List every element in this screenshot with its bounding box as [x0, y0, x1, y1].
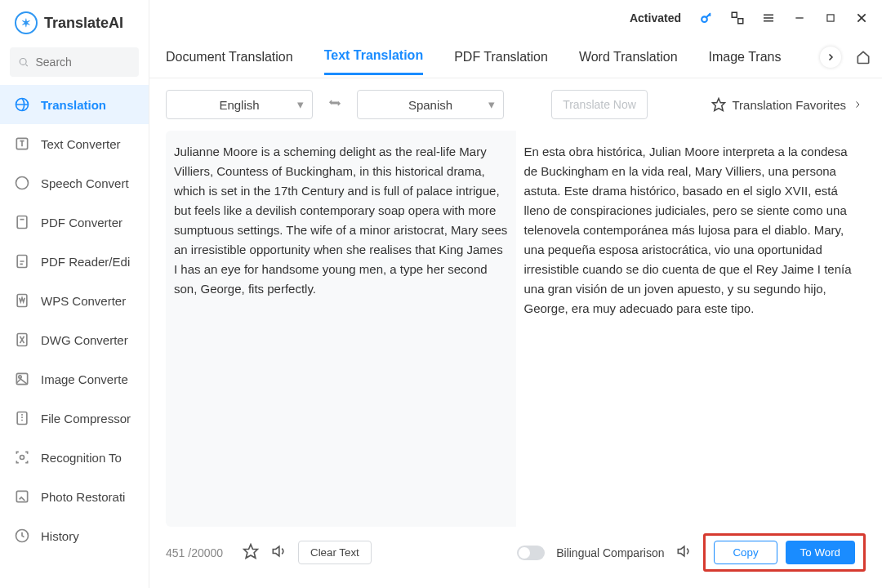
bilingual-toggle[interactable]: [517, 546, 545, 560]
sidebar-item-text-converter[interactable]: Text Converter: [0, 124, 149, 163]
sidebar-item-label: Image Converte: [41, 372, 128, 386]
language-row: English ▾ Spanish ▾ Translate Now Transl…: [149, 78, 882, 131]
speaker-source-icon[interactable]: [270, 543, 287, 562]
sidebar-item-dwg-converter[interactable]: DWG Converter: [0, 320, 149, 359]
app-name: TranslateAI: [44, 15, 123, 32]
star-icon: [711, 97, 726, 112]
tabs: Document Translation Text Translation PD…: [149, 36, 882, 78]
sidebar-item-label: Speech Convert: [41, 176, 129, 190]
search-input[interactable]: [36, 56, 131, 69]
home-icon[interactable]: [853, 47, 874, 68]
sidebar-item-file-compressor[interactable]: File Compressor: [0, 399, 149, 438]
sidebar-item-image-converter[interactable]: Image Converte: [0, 359, 149, 399]
sidebar-item-pdf-converter[interactable]: PDF Converter: [0, 203, 149, 242]
to-word-button[interactable]: To Word: [786, 541, 855, 564]
translate-now-button[interactable]: Translate Now: [551, 90, 648, 119]
svg-rect-17: [738, 19, 743, 24]
source-text-pane[interactable]: Julianne Moore is a scheming delight as …: [166, 131, 516, 527]
speaker-target-icon[interactable]: [675, 543, 692, 562]
svg-rect-5: [17, 216, 27, 229]
clear-text-button[interactable]: Clear Text: [298, 541, 372, 564]
char-count: 451 /20000: [166, 546, 231, 559]
tab-document-translation[interactable]: Document Translation: [166, 40, 293, 74]
pdf-converter-icon: [13, 213, 31, 231]
key-icon[interactable]: [697, 9, 715, 27]
maximize-icon[interactable]: [822, 9, 840, 27]
close-icon[interactable]: [853, 9, 871, 27]
wps-icon: [13, 292, 31, 310]
svg-rect-13: [16, 491, 27, 501]
sidebar-item-label: Text Converter: [41, 137, 121, 151]
target-language-label: Spanish: [408, 98, 452, 112]
favorite-star-icon[interactable]: [243, 543, 259, 562]
svg-point-15: [702, 16, 707, 22]
sidebar-item-translation[interactable]: Translation: [0, 85, 149, 124]
svg-rect-22: [827, 15, 834, 21]
target-text-pane: En esta obra histórica, Julian Moore int…: [516, 131, 866, 527]
source-language-label: English: [219, 98, 259, 112]
dwg-icon: [13, 331, 31, 349]
search-box[interactable]: [10, 47, 139, 77]
sidebar-item-pdf-reader[interactable]: PDF Reader/Edi: [0, 242, 149, 281]
chevron-right-icon: [853, 100, 862, 109]
sidebar-item-recognition[interactable]: Recognition To: [0, 438, 149, 477]
search-icon: [18, 56, 29, 69]
sidebar-item-label: Recognition To: [41, 451, 122, 465]
source-language-select[interactable]: English ▾: [166, 90, 313, 119]
tab-word-translation[interactable]: Word Translation: [579, 40, 678, 74]
favorites-label: Translation Favorites: [733, 98, 847, 112]
sidebar-item-wps-converter[interactable]: WPS Converter: [0, 281, 149, 320]
sidebar-item-label: WPS Converter: [41, 294, 126, 308]
sidebar-item-label: History: [41, 529, 79, 543]
copy-button[interactable]: Copy: [714, 541, 777, 564]
sidebar: ✶ TranslateAI Translation Text Converter…: [0, 0, 149, 588]
tab-text-translation[interactable]: Text Translation: [324, 38, 424, 75]
tabs-scroll-right[interactable]: [820, 47, 841, 68]
footer: 451 /20000 Clear Text Bilingual Comparis…: [149, 527, 882, 588]
minimize-icon[interactable]: [791, 9, 808, 27]
tab-pdf-translation[interactable]: PDF Translation: [454, 40, 548, 74]
sidebar-item-history[interactable]: History: [0, 516, 149, 555]
menu-icon[interactable]: [760, 9, 777, 27]
chevron-down-icon: ▾: [488, 97, 495, 112]
photo-restore-icon: [13, 488, 31, 506]
export-actions-highlight: Copy To Word: [703, 533, 866, 572]
svg-marker-25: [712, 99, 724, 111]
sidebar-item-speech-convert[interactable]: Speech Convert: [0, 163, 149, 203]
svg-marker-26: [244, 545, 258, 559]
svg-line-1: [26, 65, 28, 66]
speech-icon: [13, 174, 31, 192]
chevron-down-icon: ▾: [297, 97, 304, 112]
sidebar-item-label: DWG Converter: [41, 333, 128, 347]
recognition-icon: [13, 448, 31, 466]
swap-languages-icon[interactable]: [327, 96, 342, 114]
main: Activated Document Translation Text Tran…: [149, 0, 882, 588]
svg-point-0: [20, 59, 26, 65]
app-logo: ✶ TranslateAI: [0, 0, 149, 44]
translation-panes: Julianne Moore is a scheming delight as …: [149, 131, 882, 527]
svg-rect-16: [732, 12, 737, 17]
app-logo-icon: ✶: [15, 11, 38, 34]
sidebar-item-label: PDF Reader/Edi: [41, 255, 130, 269]
pdf-reader-icon: [13, 252, 31, 270]
bilingual-label: Bilingual Comparison: [556, 546, 664, 559]
translation-favorites-button[interactable]: Translation Favorites: [711, 97, 866, 112]
translation-icon: [13, 96, 31, 114]
titlebar: Activated: [149, 0, 882, 36]
image-converter-icon: [13, 370, 31, 388]
sidebar-item-label: PDF Converter: [41, 216, 122, 229]
target-language-select[interactable]: Spanish ▾: [357, 90, 504, 119]
sidebar-item-label: File Compressor: [41, 412, 131, 425]
svg-point-12: [20, 456, 24, 460]
screenshot-icon[interactable]: [728, 9, 746, 27]
sidebar-item-photo-restoration[interactable]: Photo Restorati: [0, 477, 149, 516]
history-icon: [13, 527, 31, 545]
sidebar-item-label: Photo Restorati: [41, 490, 125, 504]
text-converter-icon: [13, 135, 31, 153]
tab-image-translation[interactable]: Image Trans: [709, 40, 782, 74]
activation-status: Activated: [630, 11, 681, 24]
sidebar-item-label: Translation: [41, 98, 106, 112]
compressor-icon: [13, 409, 31, 427]
svg-point-10: [19, 376, 21, 378]
